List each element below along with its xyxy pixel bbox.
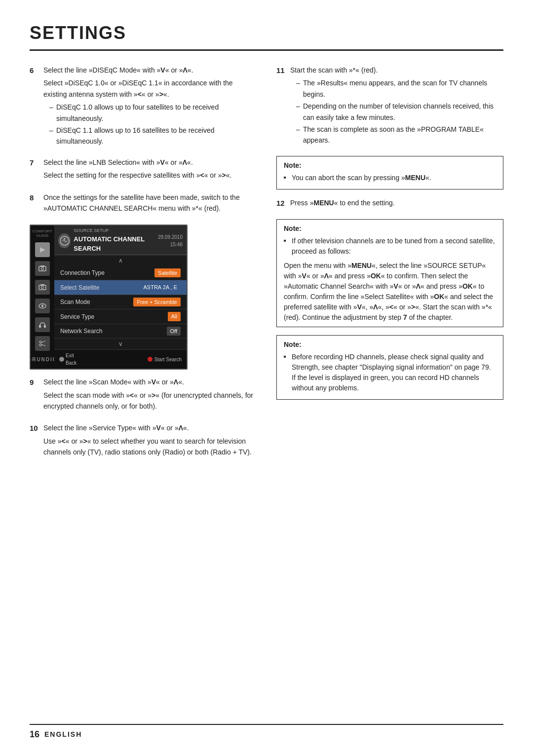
list-item: 6 Select the line »DISEqC Mode« with »V«… [30, 65, 257, 148]
svg-point-1 [41, 267, 44, 270]
tv-row-label: Scan Mode [60, 298, 90, 306]
svg-point-11 [39, 344, 41, 346]
list-content-10: Select the line »Service Type« with »V« … [43, 422, 257, 459]
sidebar-icon-camera2 [35, 280, 50, 295]
note-3-item-1: Before recording HD channels, please che… [284, 352, 496, 393]
para-12-1: Press »MENU« to end the setting. [290, 197, 503, 208]
note-content-3: Before recording HD channels, please che… [284, 352, 496, 393]
footer-start-label: Start Search [154, 356, 182, 363]
tv-time: 15:46 [158, 241, 183, 248]
list-content-9: Select the line »Scan Mode« with »V« or … [43, 377, 257, 414]
tv-footer: ExitBack Start Search [54, 349, 187, 369]
comfort-guide-label: COMFORTGUIDE [33, 229, 52, 238]
para-7-2: Select the setting for the respective sa… [43, 170, 257, 181]
list-num-12: 12 [276, 197, 290, 209]
para-10-1: Select the line »Service Type« with »V« … [43, 422, 257, 433]
tv-row-label: Connection Type [60, 268, 105, 277]
tv-row-value: Off [167, 327, 181, 336]
svg-rect-3 [39, 285, 46, 290]
tv-row-value: All [168, 312, 181, 321]
right-column: 11 Start the scan with »*« (red). The »R… [276, 65, 503, 469]
bullets-11: The »Results« menu appears, and the scan… [290, 77, 503, 146]
tv-row-label: Network Search [60, 327, 102, 336]
svg-rect-9 [44, 325, 46, 328]
tv-arrow-up: ∧ [54, 255, 187, 266]
tv-date-time: 28.09.2010 15:46 [158, 233, 183, 248]
note-2-item-1: If other television channels are to be t… [284, 236, 496, 257]
list-item: 12 Press »MENU« to end the setting. [276, 197, 503, 210]
bullet-6-1: DiSEqC 1.0 allows up to four satellites … [49, 102, 257, 124]
para-7-1: Select the line »LNB Selection« with »V«… [43, 157, 257, 168]
list-content-7: Select the line »LNB Selection« with »V«… [43, 157, 257, 183]
tv-row-label: Select Satellite [60, 283, 99, 292]
footer-back-label: ExitBack [66, 352, 76, 367]
tv-row-satellite: Select Satellite ASTRA 2A , E [54, 280, 187, 295]
tv-ui-mockup: COMFORTGUIDE ▶ [30, 225, 188, 370]
list-item: 10 Select the line »Service Type« with »… [30, 422, 257, 459]
left-column: 6 Select the line »DISEqC Mode« with »V«… [30, 65, 257, 469]
note-content-2: If other television channels are to be t… [284, 236, 496, 323]
tv-row-connection: Connection Type Satellite [54, 266, 187, 281]
main-columns: 6 Select the line »DISEqC Mode« with »V«… [30, 65, 503, 469]
bullets-6: DiSEqC 1.0 allows up to four satellites … [43, 102, 257, 147]
list-num-10: 10 [30, 422, 43, 434]
svg-rect-8 [39, 325, 41, 328]
tv-header-icon [58, 233, 71, 248]
list-num-8: 8 [30, 192, 43, 204]
tv-source-label: SOURCE SETUP [74, 227, 158, 234]
para-6-2: Select »DiSEqC 1.0« or »DiSEqC 1.1« in a… [43, 77, 257, 100]
para-8-1: Once the settings for the satellite have… [43, 192, 257, 214]
page-number: 16 [30, 728, 39, 741]
sidebar-icon-play: ▶ [35, 242, 50, 257]
note-1-item-1: You can abort the scan by pressing »MENU… [284, 173, 496, 183]
tv-arrow-down: ∨ [54, 339, 187, 349]
tv-header-left: SOURCE SETUP AUTOMATIC CHANNEL SEARCH [58, 227, 158, 254]
para-10-2: Use »<« or »>« to select whether you wan… [43, 436, 257, 458]
note-title-2: Note: [284, 224, 496, 234]
note-2-para: Open the menu with »MENU«, select the li… [284, 261, 496, 323]
bullet-6-2: DiSEqC 1.1 allows up to 16 satellites to… [49, 125, 257, 147]
tv-ui-outer: COMFORTGUIDE ▶ [31, 226, 187, 369]
svg-rect-2 [40, 265, 44, 267]
list-num-6: 6 [30, 65, 43, 76]
list-num-9: 9 [30, 377, 43, 388]
tv-row-value: ASTRA 2A , E [140, 283, 181, 292]
back-dot [59, 357, 64, 362]
note-block-2: Note: If other television channels are t… [276, 219, 503, 327]
svg-point-15 [64, 238, 65, 239]
tv-main-area: SOURCE SETUP AUTOMATIC CHANNEL SEARCH 28… [54, 226, 187, 369]
list-item: 8 Once the settings for the satellite ha… [30, 192, 257, 216]
bullet-11-3: The scan is complete as soon as the »PRO… [296, 124, 503, 146]
para-9-1: Select the line »Scan Mode« with »V« or … [43, 377, 257, 387]
sidebar-icon-scissors [35, 336, 50, 351]
page: SETTINGS 6 Select the line »DISEqC Mode«… [0, 0, 533, 489]
tv-footer-back: ExitBack [59, 352, 76, 367]
tv-main-title: AUTOMATIC CHANNEL SEARCH [74, 234, 158, 254]
tv-row-value: Satellite [154, 268, 181, 278]
svg-rect-0 [39, 266, 46, 271]
note-block-3: Note: Before recording HD channels, plea… [276, 335, 503, 400]
tv-row-network: Network Search Off [54, 324, 187, 339]
list-content-8: Once the settings for the satellite have… [43, 192, 257, 216]
tv-sidebar: COMFORTGUIDE ▶ [31, 226, 54, 369]
sidebar-icon-camera1 [35, 261, 50, 276]
list-item: 9 Select the line »Scan Mode« with »V« o… [30, 377, 257, 414]
list-num-11: 11 [276, 65, 290, 76]
tv-row-servicetype: Service Type All [54, 309, 187, 324]
tv-date: 28.09.2010 [158, 233, 183, 241]
note-title-1: Note: [284, 160, 496, 171]
svg-point-4 [41, 286, 44, 289]
tv-header: SOURCE SETUP AUTOMATIC CHANNEL SEARCH 28… [54, 226, 187, 255]
note-content-1: You can abort the scan by pressing »MENU… [284, 173, 496, 183]
tv-row-label: Service Type [60, 312, 94, 321]
svg-point-7 [41, 305, 43, 307]
svg-point-10 [39, 341, 41, 343]
tv-row-scanmode: Scan Mode Free + Scramble [54, 295, 187, 310]
tv-row-value: Free + Scramble [133, 298, 181, 307]
note-block-1: Note: You can abort the scan by pressing… [276, 156, 503, 189]
svg-line-13 [41, 344, 45, 346]
bullet-11-1: The »Results« menu appears, and the scan… [296, 77, 503, 100]
page-footer: 16 ENGLISH [30, 724, 503, 741]
bullet-11-2: Depending on the number of television ch… [296, 101, 503, 123]
note-title-3: Note: [284, 340, 496, 350]
